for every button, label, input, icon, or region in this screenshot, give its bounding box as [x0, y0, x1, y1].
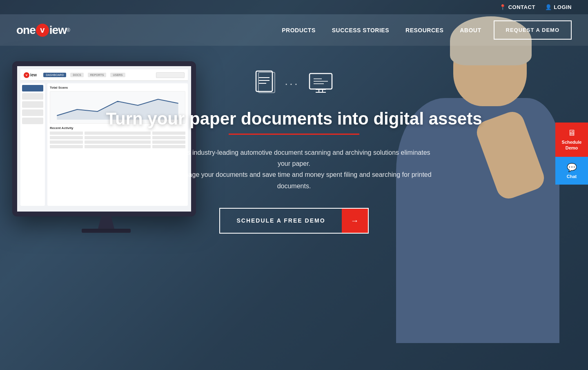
location-icon: 📍: [499, 4, 506, 10]
contact-label: CONTACT: [508, 4, 535, 10]
hero-content: ··· Turn your paper documents into digit…: [0, 46, 588, 234]
nav-resources[interactable]: RESOURCES: [405, 27, 443, 33]
nav-about[interactable]: ABOUT: [460, 27, 481, 33]
nav-links: PRODUCTS SUCCESS STORIES RESOURCES ABOUT: [282, 27, 481, 34]
request-demo-button[interactable]: REQUEST A DEMO: [494, 20, 572, 40]
chat-widget-icon: 💬: [560, 163, 583, 172]
logo-reg-symbol: ®: [67, 27, 70, 33]
logo-v-icon: v: [36, 24, 49, 37]
navbar: one v iew ® PRODUCTS SUCCESS STORIES RES…: [0, 14, 588, 46]
logo-text-after: iew: [49, 24, 67, 37]
schedule-line2: Demo: [566, 145, 578, 150]
chat-widget[interactable]: 💬 Chat: [555, 157, 588, 185]
schedule-demo-widget-text: Schedule Demo: [560, 139, 583, 151]
nav-success-stories[interactable]: SUCCESS STORIES: [332, 27, 389, 33]
hero-headline: Turn your paper documents into digital a…: [106, 109, 482, 129]
cta-arrow-icon: →: [342, 209, 368, 233]
user-icon: 👤: [545, 4, 552, 10]
cta-button-label: SCHEDULE A FREE DEMO: [220, 210, 341, 231]
hero-subtext: One View's industry-leading automotive d…: [151, 147, 437, 192]
logo[interactable]: one v iew ®: [16, 24, 70, 37]
logo-text-before: one: [16, 24, 36, 37]
icons-row: ···: [254, 70, 334, 97]
hero-subtext-line1: One View's industry-leading automotive d…: [158, 149, 430, 167]
arrow-dots: ···: [285, 77, 299, 90]
nav-products[interactable]: PRODUCTS: [282, 27, 316, 33]
right-sidebar: 🖥 Schedule Demo 💬 Chat: [555, 123, 588, 185]
headline-underline: [229, 134, 359, 135]
schedule-line1: Schedule: [562, 140, 582, 145]
login-label: LOGIN: [554, 4, 572, 10]
schedule-demo-widget-icon: 🖥: [560, 128, 583, 138]
monitor-icon: [307, 71, 334, 96]
schedule-demo-button[interactable]: SCHEDULE A FREE DEMO →: [219, 208, 368, 234]
contact-link[interactable]: 📍 CONTACT: [499, 4, 535, 10]
utility-bar: 📍 CONTACT 👤 LOGIN: [0, 0, 588, 14]
document-icon: [254, 70, 276, 97]
hero-subtext-line2: Easily manage your documents and save ti…: [156, 171, 431, 189]
schedule-demo-widget[interactable]: 🖥 Schedule Demo: [555, 123, 588, 157]
login-link[interactable]: 👤 LOGIN: [545, 4, 572, 10]
chat-widget-label: Chat: [560, 174, 583, 179]
